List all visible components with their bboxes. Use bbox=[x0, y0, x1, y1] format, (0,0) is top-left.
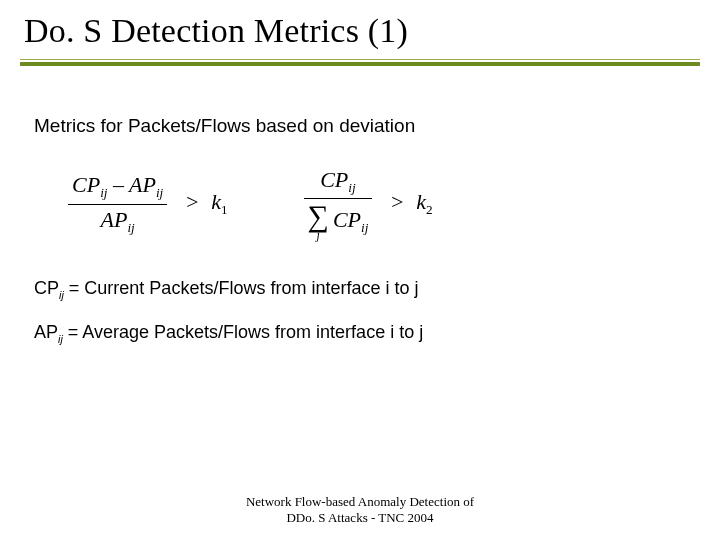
frac1-relation: > bbox=[185, 189, 200, 214]
formula-2: CPij ∑ j CPij > k2 bbox=[298, 167, 433, 241]
frac1-bar bbox=[68, 204, 167, 205]
frac1-k: k1 bbox=[211, 189, 227, 214]
title-rule-thin bbox=[20, 59, 700, 60]
title-rule-thick bbox=[20, 62, 700, 66]
frac2-k: k2 bbox=[416, 189, 432, 214]
definition-cp: CPij = Current Packets/Flows from interf… bbox=[34, 267, 686, 310]
slide-body: Metrics for Packets/Flows based on devia… bbox=[34, 115, 686, 354]
frac2-denominator: ∑ j CPij bbox=[304, 201, 373, 241]
body-heading: Metrics for Packets/Flows based on devia… bbox=[34, 115, 686, 137]
footer-line-1: Network Flow-based Anomaly Detection of bbox=[0, 494, 720, 510]
footer-line-2: DDo. S Attacks - TNC 2004 bbox=[0, 510, 720, 526]
sigma-block: ∑ j bbox=[308, 201, 329, 241]
fraction-2: CPij ∑ j CPij bbox=[304, 167, 373, 241]
slide: Do. S Detection Metrics (1) Metrics for … bbox=[0, 0, 720, 540]
frac2-relation: > bbox=[390, 189, 405, 214]
frac2-numerator: CPij bbox=[316, 167, 359, 196]
slide-footer: Network Flow-based Anomaly Detection of … bbox=[0, 494, 720, 527]
definition-ap: APij = Average Packets/Flows from interf… bbox=[34, 311, 686, 354]
fraction-1: CPij – APij APij bbox=[68, 172, 167, 236]
sigma-icon: ∑ bbox=[308, 201, 329, 231]
definitions: CPij = Current Packets/Flows from interf… bbox=[34, 267, 686, 353]
formula-row: CPij – APij APij > k1 bbox=[34, 167, 686, 241]
frac1-denominator: APij bbox=[97, 207, 139, 236]
frac1-numerator: CPij – APij bbox=[68, 172, 167, 201]
formula-1: CPij – APij APij > k1 bbox=[62, 172, 228, 236]
slide-title: Do. S Detection Metrics (1) bbox=[24, 12, 408, 50]
